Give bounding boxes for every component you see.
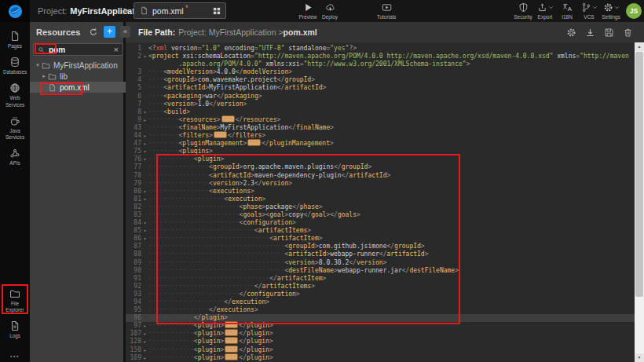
- code-line-92[interactable]: 92····························</artifact…: [126, 283, 635, 291]
- fold-toggle-icon[interactable]: ▸: [141, 140, 148, 148]
- code-line-43[interactable]: 43········<finalName>MyFirstApplication<…: [126, 124, 635, 132]
- fold-toggle-icon[interactable]: ▾: [141, 155, 148, 163]
- sidebar-item-file-explorer[interactable]: File Explorer: [0, 284, 30, 316]
- folded-code-widget[interactable]: ···: [225, 321, 238, 328]
- delete-file-icon[interactable]: [623, 27, 633, 38]
- code-line-96[interactable]: 96············</plugin>: [126, 314, 635, 322]
- refresh-icon[interactable]: [89, 27, 98, 37]
- code-line-6[interactable]: 6····<packaging>war</packaging>: [126, 93, 635, 101]
- code-line-150[interactable]: 150▸············<plugin>···</plugin>: [126, 346, 635, 354]
- app-logo[interactable]: [0, 0, 30, 22]
- folded-code-widget[interactable]: ···: [247, 139, 261, 146]
- tree-item-pom-xml[interactable]: pom.xml: [30, 82, 126, 93]
- code-line-90[interactable]: 90····································<d…: [126, 267, 635, 275]
- fold-toggle-icon[interactable]: ▾: [141, 219, 148, 227]
- sidebar-item-web-services[interactable]: Web Services: [0, 79, 30, 111]
- fold-toggle-icon[interactable]: ▾: [141, 188, 148, 196]
- tutorials-button[interactable]: Tutorials: [375, 2, 397, 20]
- settings-button[interactable]: Settings: [600, 2, 622, 20]
- fold-toggle-icon[interactable]: ▾: [141, 108, 148, 116]
- fold-toggle-icon[interactable]: ▸: [141, 346, 148, 354]
- code-line-79[interactable]: 79················<version>2.3</version>: [126, 180, 635, 188]
- scrollbar-thumb[interactable]: [635, 52, 643, 297]
- code-line-97[interactable]: 97▸············<plugin>···</plugin>: [126, 322, 635, 330]
- fold-toggle-icon[interactable]: ▸: [141, 116, 148, 124]
- fold-toggle-icon[interactable]: ▸: [141, 132, 148, 140]
- vcs-button[interactable]: VCS: [578, 2, 600, 20]
- fold-toggle-icon[interactable]: ▾: [141, 53, 148, 60]
- code-line-95[interactable]: 95················</executions>: [126, 306, 635, 314]
- scroll-up-icon[interactable]: ▲: [635, 42, 644, 51]
- code-line-169[interactable]: 169▸············<plugin>···</plugin>: [126, 354, 635, 362]
- sidebar-item-pages[interactable]: Pages: [0, 27, 30, 53]
- code-line-128[interactable]: 128▸············<plugin>···</plugin>: [126, 338, 635, 346]
- code-line-wrap[interactable]: .apache.org/POM/4.0.0" xmlns:xsi="http:/…: [126, 60, 635, 68]
- folded-code-widget[interactable]: ···: [225, 346, 238, 353]
- folded-code-widget[interactable]: ···: [221, 115, 235, 122]
- code-line-44[interactable]: 44▸········<filters>···</filters>: [126, 132, 635, 140]
- sidebar-item-java-services[interactable]: Java Services: [0, 112, 30, 144]
- fold-toggle-icon[interactable]: ▾: [141, 227, 148, 235]
- code-line-89[interactable]: 89····································<v…: [126, 259, 635, 267]
- code-line-78[interactable]: 78················<artifactId>maven-depe…: [126, 172, 635, 180]
- code-line-88[interactable]: 88····································<a…: [126, 250, 635, 258]
- tab-grid-icon[interactable]: [212, 6, 221, 16]
- code-editor[interactable]: 1<?xml version="1.0" encoding="UTF-8" st…: [126, 42, 635, 362]
- code-line-47[interactable]: 47▸········<pluginManagement>···</plugin…: [126, 140, 635, 148]
- download-file-icon[interactable]: [585, 27, 595, 38]
- editor-settings-gear-icon[interactable]: [566, 27, 576, 38]
- search-input[interactable]: pom ×: [33, 43, 123, 56]
- fold-toggle-icon[interactable]: ▾: [141, 235, 148, 243]
- tree-expander-icon[interactable]: ▸: [41, 73, 47, 79]
- export-button[interactable]: Export: [534, 2, 556, 20]
- code-line-107[interactable]: 107▸············<plugin>···</plugin>: [126, 330, 635, 338]
- clear-search-icon[interactable]: ×: [114, 46, 119, 54]
- code-line-86[interactable]: 86▾································<arti…: [126, 235, 635, 243]
- code-line-80[interactable]: 80▾················<executions>: [126, 188, 635, 196]
- i18n-button[interactable]: AI18N: [556, 2, 578, 20]
- code-line-2[interactable]: 2▾<project xsi:schemaLocation="http://ma…: [126, 53, 635, 60]
- code-line-4[interactable]: 4····<groupId>com.wavemaker.project</gro…: [126, 76, 635, 84]
- code-line-85[interactable]: 85▾····························<artifact…: [126, 227, 635, 235]
- tree-item-myfirstapplication[interactable]: ▾MyFirstApplication: [30, 60, 126, 71]
- collapse-panel-button[interactable]: «: [120, 26, 130, 38]
- code-line-84[interactable]: 84▾························<configuratio…: [126, 219, 635, 227]
- code-line-1[interactable]: 1<?xml version="1.0" encoding="UTF-8" st…: [126, 45, 635, 53]
- code-line-77[interactable]: 77················<groupId>org.apache.ma…: [126, 163, 635, 171]
- folded-code-widget[interactable]: ···: [225, 353, 238, 360]
- tree-expander-icon[interactable]: ▾: [35, 62, 41, 68]
- fold-toggle-icon[interactable]: ▾: [141, 196, 148, 203]
- code-line-3[interactable]: 3····<modelVersion>4.0.0</modelVersion>: [126, 68, 635, 76]
- sidebar-item-logs[interactable]: Logs: [0, 316, 30, 342]
- sidebar-item-databases[interactable]: Databases: [0, 53, 30, 79]
- code-line-9[interactable]: 9▸········<resources>···</resources>: [126, 116, 635, 124]
- scroll-down-icon[interactable]: ▼: [635, 353, 644, 362]
- code-line-81[interactable]: 81▾····················<execution>: [126, 196, 635, 203]
- deploy-button[interactable]: Deploy: [319, 2, 341, 20]
- security-button[interactable]: Security: [512, 2, 534, 20]
- sidebar-overflow-icon[interactable]: •••: [0, 353, 30, 359]
- code-line-83[interactable]: 83························<goals><goal>c…: [126, 211, 635, 219]
- folded-code-widget[interactable]: ···: [225, 337, 238, 344]
- fold-toggle-icon[interactable]: ▸: [141, 354, 148, 362]
- code-line-75[interactable]: 75▾········<plugins>: [126, 148, 635, 155]
- code-line-7[interactable]: 7····<version>1.0</version>: [126, 101, 635, 108]
- add-resource-button[interactable]: +: [104, 26, 115, 38]
- code-line-8[interactable]: 8▾····<build>: [126, 108, 635, 116]
- user-avatar[interactable]: JS: [626, 3, 642, 19]
- sidebar-item-apis[interactable]: APIs: [0, 144, 30, 170]
- save-file-icon[interactable]: [604, 27, 614, 38]
- code-line-5[interactable]: 5····<artifactId>MyFirstApplication</art…: [126, 84, 635, 92]
- editor-scrollbar[interactable]: ▲ ▼: [635, 42, 644, 362]
- fold-toggle-icon[interactable]: ▸: [141, 322, 148, 330]
- code-line-76[interactable]: 76▾············<plugin>: [126, 155, 635, 163]
- tree-item-lib[interactable]: ▸lib: [30, 71, 126, 82]
- fold-toggle-icon[interactable]: ▸: [141, 330, 148, 338]
- fold-toggle-icon[interactable]: ▾: [141, 148, 148, 155]
- tab-pom-xml[interactable]: pom.xml *: [134, 2, 226, 19]
- preview-button[interactable]: Preview: [297, 2, 319, 20]
- folded-code-widget[interactable]: ···: [225, 329, 238, 336]
- code-line-91[interactable]: 91································</arti…: [126, 275, 635, 283]
- code-line-82[interactable]: 82························<phase>package…: [126, 203, 635, 211]
- code-line-94[interactable]: 94····················</execution>: [126, 298, 635, 306]
